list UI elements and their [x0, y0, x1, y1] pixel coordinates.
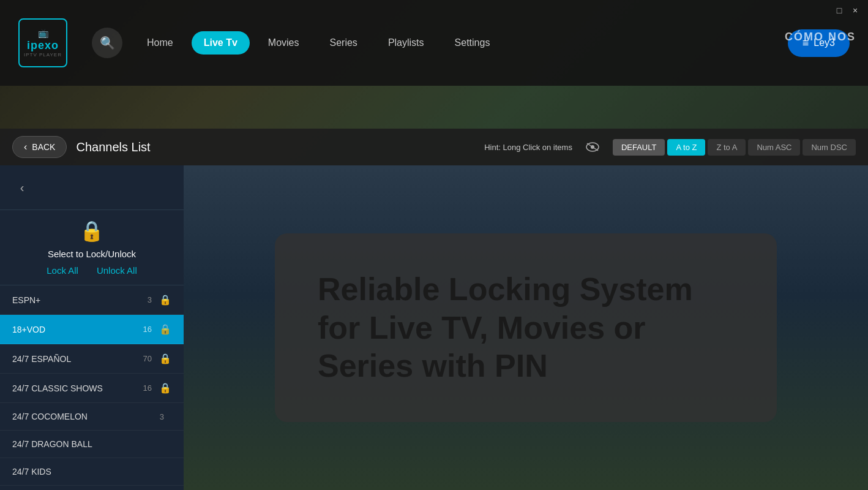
close-button[interactable]: ×	[850, 5, 861, 16]
nav-movies[interactable]: Movies	[256, 31, 312, 55]
nav-playlists[interactable]: Playlists	[376, 31, 436, 55]
eye-icon[interactable]	[582, 136, 604, 158]
channels-bar: ‹ BACK Channels List Hint: Long Click on…	[0, 129, 868, 165]
channel-item-espn[interactable]: ESPN+ 3 🔒	[0, 285, 184, 315]
navbar: 📺 ipexo IPTV PLAYER 🔍 Home Live Tv Movie…	[0, 0, 868, 86]
channel-list: ESPN+ 3 🔒 18+VOD 16 🔒 24/7 ESPAÑOL 70 🔒 …	[0, 285, 184, 490]
minimize-button[interactable]: □	[834, 5, 845, 16]
channel-item-18vod[interactable]: 18+VOD 16 🔒	[0, 315, 184, 344]
channel-item-247-dragonball[interactable]: 24/7 DRAGON BALL	[0, 431, 184, 458]
back-label: BACK	[32, 142, 55, 152]
logo-text: ipexo	[27, 39, 59, 52]
sort-buttons: DEFAULT A to Z Z to A Num ASC Num DSC	[613, 139, 856, 156]
channel-name: 24/7 KIDS	[12, 467, 171, 477]
sidebar-back-chevron[interactable]: ‹	[12, 178, 32, 197]
lock-section: 🔒 Select to Lock/Unlock Lock All Unlock …	[0, 210, 184, 285]
top-right-label: CÓMO NOS	[785, 31, 856, 43]
logo-tv-icon: 📺	[38, 28, 48, 38]
logo-box: 📺 ipexo IPTV PLAYER	[18, 18, 67, 67]
promo-card: Reliable Locking System for Live TV, Mov…	[275, 233, 777, 421]
sidebar: ‹ 🔒 Select to Lock/Unlock Lock All Unloc…	[0, 165, 184, 490]
channel-name: 24/7 DRAGON BALL	[12, 439, 171, 449]
channel-item-247-espanol[interactable]: 24/7 ESPAÑOL 70 🔒	[0, 344, 184, 374]
channel-count: 70	[143, 354, 152, 363]
sort-num-asc[interactable]: Num ASC	[748, 139, 800, 156]
channel-count: 16	[143, 383, 152, 393]
search-icon: 🔍	[100, 36, 115, 50]
channel-item-247-classic[interactable]: 24/7 CLASSIC SHOWS 16 🔒	[0, 374, 184, 403]
nav-live-tv[interactable]: Live Tv	[192, 31, 250, 55]
sort-a-to-z[interactable]: A to Z	[667, 139, 705, 156]
channel-count: 3	[160, 412, 164, 421]
window-controls: □ ×	[834, 5, 861, 16]
sort-num-dsc[interactable]: Num DSC	[803, 139, 856, 156]
lock-icon: 🔒	[80, 219, 104, 243]
channel-lock-icon: 🔒	[159, 353, 171, 364]
promo-title: Reliable Locking System for Live TV, Mov…	[318, 270, 734, 385]
channel-item-247-kids[interactable]: 24/7 KIDS	[0, 458, 184, 486]
channel-count: 3	[148, 295, 152, 304]
channel-lock-icon: 🔒	[159, 382, 171, 394]
nav-home[interactable]: Home	[135, 31, 185, 55]
channel-count: 16	[143, 325, 152, 334]
channel-name: 24/7 CLASSIC SHOWS	[12, 383, 143, 393]
nav-settings[interactable]: Settings	[443, 31, 503, 55]
logo-subtext: IPTV PLAYER	[24, 52, 62, 58]
back-button[interactable]: ‹ BACK	[12, 136, 67, 158]
channel-item-247-cocomelon[interactable]: 24/7 COCOMELON 3	[0, 403, 184, 431]
channel-lock-icon: 🔒	[159, 323, 171, 335]
svg-line-2	[587, 143, 598, 151]
sort-default[interactable]: DEFAULT	[613, 139, 665, 156]
nav-series[interactable]: Series	[318, 31, 370, 55]
logo: 📺 ipexo IPTV PLAYER	[18, 18, 67, 67]
sidebar-header: ‹	[0, 165, 184, 210]
nav-links: Home Live Tv Movies Series Playlists Set…	[135, 31, 776, 55]
lock-all-button[interactable]: Lock All	[47, 265, 78, 276]
lock-label: Select to Lock/Unlock	[48, 249, 136, 259]
channel-name: 18+VOD	[12, 325, 143, 334]
lock-actions: Lock All Unlock All	[47, 265, 137, 276]
info-panel: Reliable Locking System for Live TV, Mov…	[184, 165, 868, 490]
channel-name: 24/7 ESPAÑOL	[12, 354, 143, 364]
back-arrow-icon: ‹	[24, 141, 27, 153]
search-button[interactable]: 🔍	[92, 28, 122, 58]
channel-lock-icon: 🔒	[159, 294, 171, 306]
unlock-all-button[interactable]: Unlock All	[97, 265, 137, 276]
channel-name: ESPN+	[12, 295, 148, 305]
sort-z-to-a[interactable]: Z to A	[708, 139, 746, 156]
hint-text: Hint: Long Click on items	[484, 143, 572, 152]
channel-name: 24/7 COCOMELON	[12, 412, 160, 421]
channels-list-title: Channels List	[76, 140, 150, 154]
main-content: ‹ 🔒 Select to Lock/Unlock Lock All Unloc…	[0, 165, 868, 490]
